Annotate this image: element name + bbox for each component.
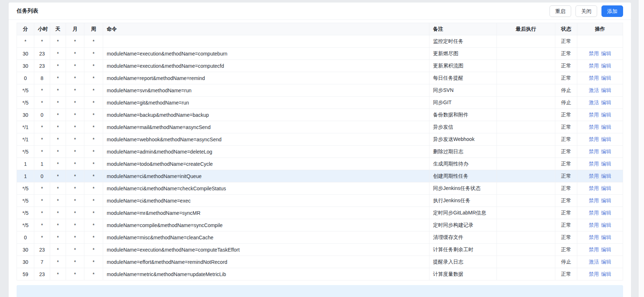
remark-cell: 异步发信	[429, 121, 497, 133]
edit-action-link[interactable]: 编辑	[601, 50, 611, 56]
edit-action-link[interactable]: 编辑	[601, 161, 611, 167]
add-button[interactable]: 添加	[601, 5, 623, 17]
task-row: 10***moduleName=ci&methodName=initQueue创…	[17, 170, 623, 182]
disable-action-link[interactable]: 禁用	[589, 112, 599, 118]
hour-cell: *	[34, 207, 50, 219]
minute-cell: 59	[17, 268, 34, 280]
edit-action-link[interactable]: 编辑	[601, 136, 611, 142]
status-cell: 正常	[555, 182, 577, 195]
edit-action-link[interactable]: 编辑	[601, 222, 611, 228]
edit-action-link[interactable]: 编辑	[601, 198, 611, 203]
disable-action-link[interactable]: 禁用	[589, 173, 599, 179]
edit-action-link[interactable]: 编辑	[601, 63, 611, 68]
actions-cell: 禁用编辑	[577, 60, 623, 72]
disable-action-link[interactable]: 禁用	[589, 198, 599, 203]
status-cell: 正常	[555, 60, 577, 72]
minute-cell: */1	[17, 133, 34, 146]
card-header: 任务列表 重启 关闭 添加	[9, 3, 631, 20]
disable-action-link[interactable]: 禁用	[589, 63, 599, 68]
edit-action-link[interactable]: 编辑	[601, 75, 611, 81]
actions-cell: 禁用编辑	[577, 207, 623, 219]
actions-cell: 禁用编辑	[577, 195, 623, 207]
status-cell: 正常	[555, 133, 577, 146]
edit-action-link[interactable]: 编辑	[601, 259, 611, 265]
actions-cell: 禁用编辑	[577, 48, 623, 60]
command-cell: moduleName=report&methodName=remind	[103, 72, 429, 84]
edit-action-link[interactable]: 编辑	[601, 210, 611, 216]
edit-action-link[interactable]: 编辑	[601, 112, 611, 118]
week-cell: *	[84, 97, 103, 109]
disable-action-link[interactable]: 禁用	[589, 222, 599, 228]
task-row: */5****moduleName=ci&methodName=exec执行Je…	[17, 195, 623, 207]
month-cell: *	[66, 268, 84, 280]
week-cell: *	[84, 121, 103, 133]
week-cell: *	[84, 170, 103, 182]
day-cell: *	[50, 109, 66, 121]
remark-cell: 清理缓存文件	[429, 231, 497, 244]
edit-action-link[interactable]: 编辑	[601, 99, 611, 105]
lastExec-cell	[497, 219, 555, 231]
disable-action-link[interactable]: 禁用	[589, 234, 599, 240]
task-row: */5****moduleName=svn&methodName=run同步SV…	[17, 84, 623, 97]
command-cell: moduleName=execution&methodName=computeT…	[103, 244, 429, 256]
close-button[interactable]: 关闭	[575, 5, 597, 17]
day-cell: *	[50, 207, 66, 219]
browser-scrollbar[interactable]	[638, 0, 644, 297]
disable-action-link[interactable]: 禁用	[589, 124, 599, 130]
edit-action-link[interactable]: 编辑	[601, 87, 611, 93]
hour-cell: *	[34, 121, 50, 133]
disable-action-link[interactable]: 禁用	[589, 136, 599, 142]
actions-cell: 激活编辑	[577, 256, 623, 268]
footer-info-bar	[17, 285, 623, 297]
disable-action-link[interactable]: 禁用	[589, 75, 599, 81]
disable-action-link[interactable]: 禁用	[589, 148, 599, 154]
activate-action-link[interactable]: 激活	[589, 259, 599, 265]
disable-action-link[interactable]: 禁用	[589, 210, 599, 216]
lastExec-cell	[497, 35, 555, 48]
task-row: */1****moduleName=webhook&methodName=asy…	[17, 133, 623, 146]
status-cell: 正常	[555, 158, 577, 170]
minute-cell: 0	[17, 231, 34, 244]
week-cell: *	[84, 182, 103, 195]
edit-action-link[interactable]: 编辑	[601, 247, 611, 252]
edit-action-link[interactable]: 编辑	[601, 148, 611, 154]
edit-action-link[interactable]: 编辑	[601, 234, 611, 240]
edit-action-link[interactable]: 编辑	[601, 173, 611, 179]
day-cell: *	[50, 35, 66, 48]
edit-action-link[interactable]: 编辑	[601, 185, 611, 191]
actions-cell: 激活编辑	[577, 97, 623, 109]
status-cell: 正常	[555, 35, 577, 48]
remark-cell: 异步发送Webhook	[429, 133, 497, 146]
edit-action-link[interactable]: 编辑	[601, 124, 611, 130]
lastExec-cell	[497, 244, 555, 256]
status-cell: 正常	[555, 170, 577, 182]
task-row: 5923***moduleName=metric&methodName=upda…	[17, 268, 623, 280]
restart-button[interactable]: 重启	[550, 5, 571, 17]
minute-cell: 30	[17, 244, 34, 256]
disable-action-link[interactable]: 禁用	[589, 247, 599, 252]
month-cell: *	[66, 72, 84, 84]
disable-action-link[interactable]: 禁用	[589, 185, 599, 191]
column-header-actions: 操作	[577, 23, 623, 35]
remark-cell: 同步Jenkins任务状态	[429, 182, 497, 195]
month-cell: *	[66, 48, 84, 60]
column-header-day: 天	[50, 23, 66, 35]
hour-cell: 23	[34, 268, 50, 280]
activate-action-link[interactable]: 激活	[589, 99, 599, 105]
edit-action-link[interactable]: 编辑	[601, 271, 611, 277]
task-row: 08***moduleName=report&methodName=remind…	[17, 72, 623, 84]
hour-cell: *	[34, 182, 50, 195]
minute-cell: 0	[17, 72, 34, 84]
actions-cell	[577, 35, 623, 48]
disable-action-link[interactable]: 禁用	[589, 161, 599, 167]
disable-action-link[interactable]: 禁用	[589, 50, 599, 56]
activate-action-link[interactable]: 激活	[589, 87, 599, 93]
hour-cell: *	[34, 97, 50, 109]
day-cell: *	[50, 195, 66, 207]
column-header-week: 周	[84, 23, 103, 35]
status-cell: 正常	[555, 146, 577, 158]
disable-action-link[interactable]: 禁用	[589, 271, 599, 277]
minute-cell: */5	[17, 182, 34, 195]
task-row: */1****moduleName=mail&methodName=asyncS…	[17, 121, 623, 133]
month-cell: *	[66, 146, 84, 158]
